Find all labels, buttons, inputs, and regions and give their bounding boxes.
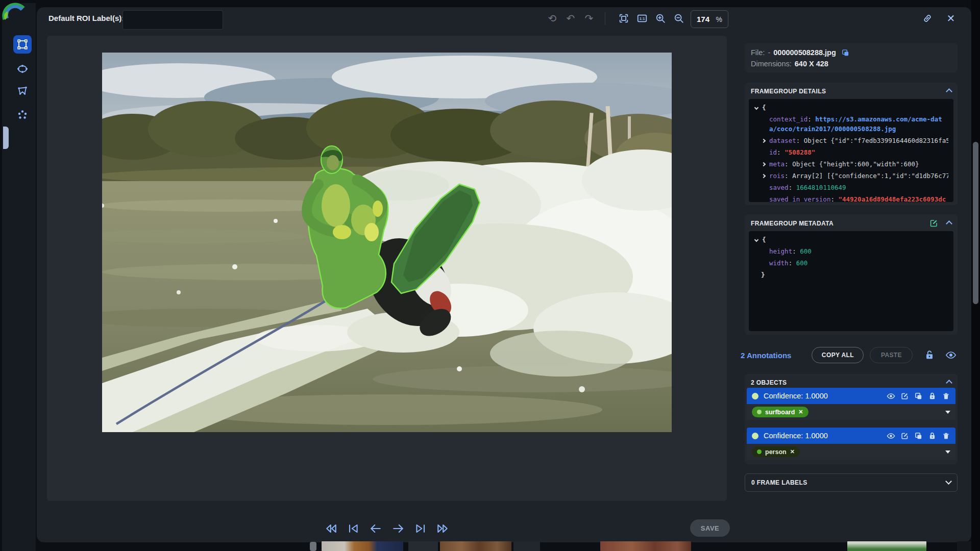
drawer-handle[interactable] bbox=[3, 127, 9, 149]
close-brace: } bbox=[761, 271, 765, 279]
rect-tool-button[interactable] bbox=[13, 35, 32, 54]
tree-collapsed-icon[interactable] bbox=[762, 139, 766, 143]
fast-rewind-button[interactable] bbox=[324, 521, 338, 536]
annotated-image[interactable] bbox=[102, 53, 672, 432]
thumbnail[interactable] bbox=[957, 541, 971, 551]
frame-labels-title: 0 FRAME LABELS bbox=[751, 479, 807, 486]
copy-filename-button[interactable] bbox=[841, 48, 850, 57]
remove-tag-icon[interactable]: ✕ bbox=[798, 409, 803, 415]
chevron-up-icon bbox=[946, 380, 952, 386]
thumbnail[interactable] bbox=[513, 541, 540, 551]
trash-icon bbox=[942, 432, 950, 440]
thumbnail[interactable] bbox=[408, 541, 438, 551]
history-icon: ⟲ bbox=[548, 12, 557, 25]
tag-label: surfboard bbox=[765, 409, 795, 416]
copy-icon bbox=[841, 48, 850, 57]
details-json-tree: { context_id: https://s3.amazonaws.com/a… bbox=[749, 99, 953, 202]
copy-object-button[interactable] bbox=[914, 392, 923, 400]
undo-button[interactable]: ↶ bbox=[564, 12, 577, 25]
tree-row-rois: rois: Array[2] [{"confidence":1,"id":"d1… bbox=[754, 171, 948, 181]
eye-icon bbox=[945, 349, 957, 361]
tree-row-id: id: "508288" bbox=[754, 147, 948, 157]
fast-rewind-icon bbox=[324, 521, 338, 536]
eye-icon bbox=[887, 392, 895, 400]
thumbnail[interactable] bbox=[322, 541, 403, 551]
file-info-card: File: - 000000508288.jpg Dimensions: 640… bbox=[745, 43, 958, 72]
redo-button[interactable]: ↷ bbox=[582, 12, 596, 25]
lock-object-button[interactable] bbox=[928, 432, 937, 440]
open-brace: { bbox=[762, 104, 766, 111]
label-tag-surfboard[interactable]: surfboard ✕ bbox=[752, 407, 808, 417]
annotations-count: 2 Annotations bbox=[741, 351, 791, 360]
frame-labels-section[interactable]: 0 FRAME LABELS bbox=[745, 473, 958, 492]
copy-all-button[interactable]: COPY ALL bbox=[812, 347, 864, 363]
object-row-surfboard[interactable]: Confidence: 1.0000 bbox=[747, 388, 955, 404]
object-label-row-person: person ✕ bbox=[747, 444, 955, 460]
water-skier-photo bbox=[102, 53, 672, 432]
edit-object-button[interactable] bbox=[900, 392, 909, 400]
visibility-all-button[interactable] bbox=[945, 349, 957, 361]
history-button[interactable]: ⟲ bbox=[546, 12, 559, 25]
skip-previous-button[interactable] bbox=[346, 521, 360, 536]
zoom-out-button[interactable] bbox=[672, 12, 685, 25]
toggle-visibility-button[interactable] bbox=[887, 392, 895, 400]
collapse-metadata-button[interactable] bbox=[947, 219, 951, 228]
zoom-value: 174 bbox=[697, 15, 709, 23]
thumbnail[interactable] bbox=[600, 541, 691, 551]
tree-expand-icon[interactable] bbox=[754, 106, 758, 110]
ellipse-tool-button[interactable] bbox=[13, 60, 32, 78]
skip-previous-icon bbox=[346, 521, 360, 536]
expand-frame-labels-button[interactable] bbox=[946, 478, 951, 487]
confidence-value: Confidence: 1.0000 bbox=[764, 432, 881, 440]
copy-object-button[interactable] bbox=[914, 432, 923, 440]
file-label: File: bbox=[751, 48, 765, 57]
thumbnail[interactable] bbox=[847, 541, 926, 551]
skip-next-button[interactable] bbox=[413, 521, 428, 536]
annotations-toolbar: 2 Annotations COPY ALL PASTE bbox=[741, 346, 960, 364]
remove-tag-icon[interactable]: ✕ bbox=[790, 448, 795, 455]
lock-all-button[interactable] bbox=[924, 349, 935, 361]
object-row-person[interactable]: Confidence: 1.0000 bbox=[747, 428, 955, 444]
page-scrollbar-thumb[interactable] bbox=[973, 142, 978, 304]
roi-label-input[interactable] bbox=[122, 10, 223, 30]
next-frame-button[interactable] bbox=[391, 521, 405, 536]
file-name: 000000508288.jpg bbox=[773, 48, 836, 57]
delete-object-button[interactable] bbox=[942, 392, 950, 400]
points-tool-button[interactable] bbox=[13, 106, 32, 124]
edit-icon bbox=[900, 392, 909, 400]
edit-metadata-button[interactable] bbox=[929, 218, 939, 228]
object-color-dot bbox=[752, 433, 758, 439]
chevron-up-icon bbox=[946, 220, 952, 227]
tree-collapsed-icon[interactable] bbox=[762, 174, 766, 178]
actual-size-button[interactable]: 1:1 bbox=[635, 12, 649, 25]
expand-object-caret[interactable] bbox=[945, 411, 950, 414]
undo-icon: ↶ bbox=[567, 12, 575, 25]
expand-object-caret[interactable] bbox=[945, 450, 950, 454]
delete-object-button[interactable] bbox=[942, 432, 950, 440]
label-tag-person[interactable]: person ✕ bbox=[752, 446, 800, 457]
paste-button[interactable]: PASTE bbox=[870, 347, 913, 363]
lock-icon bbox=[928, 432, 937, 440]
save-button[interactable]: SAVE bbox=[690, 519, 730, 537]
zoom-in-icon bbox=[655, 13, 666, 24]
fit-to-screen-button[interactable] bbox=[617, 12, 630, 25]
zoom-in-button[interactable] bbox=[654, 12, 667, 25]
fast-forward-button[interactable] bbox=[435, 521, 450, 536]
edit-object-button[interactable] bbox=[900, 432, 909, 440]
collapse-details-button[interactable] bbox=[947, 87, 951, 96]
thumbnail-scrollbar-nub[interactable] bbox=[310, 542, 316, 551]
collapse-objects-button[interactable] bbox=[947, 378, 951, 387]
tree-collapsed-icon[interactable] bbox=[762, 162, 766, 166]
close-button[interactable]: ✕ bbox=[944, 12, 958, 25]
fast-forward-icon bbox=[435, 521, 450, 536]
thumbnail[interactable] bbox=[440, 541, 511, 551]
zoom-level-field[interactable]: 174 % bbox=[691, 10, 728, 28]
previous-frame-button[interactable] bbox=[369, 521, 383, 536]
toggle-visibility-button[interactable] bbox=[887, 432, 895, 440]
share-link-button[interactable] bbox=[921, 12, 934, 25]
default-roi-label: Default ROI Label(s): bbox=[48, 14, 124, 22]
tree-expand-icon[interactable] bbox=[754, 238, 758, 242]
polygon-tool-button[interactable] bbox=[13, 82, 32, 100]
framegroup-metadata-title: FRAMEGROUP METADATA bbox=[751, 220, 834, 227]
lock-object-button[interactable] bbox=[928, 392, 937, 400]
